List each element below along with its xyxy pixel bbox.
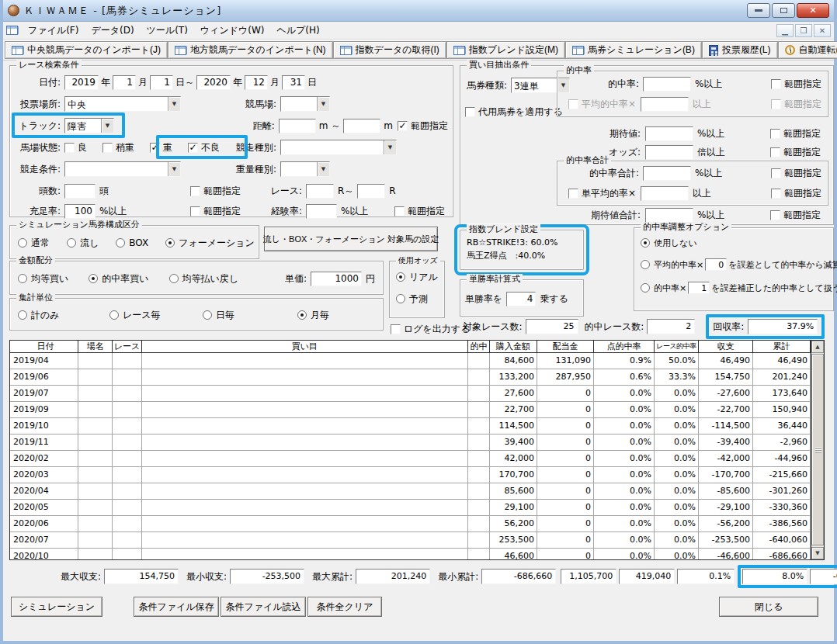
table-row[interactable]: 2020/0242,00000.0%0.0%-42,000-44,960 [10, 451, 811, 467]
save-condition-file-button[interactable]: 条件ファイル保存 [134, 597, 219, 617]
toolbar-simulation-button[interactable]: 馬券シミュレーション(B) [565, 41, 702, 59]
composition-formation-radio[interactable]: フォーメーション [165, 237, 255, 250]
vertical-scrollbar[interactable]: ▲ ▼ [811, 341, 824, 559]
win-avg-rate-range-checkbox[interactable]: 範囲指定 [771, 187, 821, 200]
win-rate-power-input[interactable] [506, 292, 536, 306]
toolbar-index-data-button[interactable]: 指数データの取得(I) [333, 41, 446, 59]
date-to-month-input[interactable] [245, 75, 268, 90]
baba-heavy-checkbox[interactable]: 重 [150, 141, 172, 154]
table-row[interactable]: 2020/1046,60000.0%0.0%-46,600-686,660 [10, 549, 811, 560]
hit-rate-range-checkbox[interactable]: 範囲指定 [771, 78, 821, 91]
scroll-down-icon[interactable]: ▼ [811, 547, 824, 559]
load-condition-file-button[interactable]: 条件ファイル読込 [221, 597, 306, 617]
menu-help[interactable]: ヘルプ(H) [270, 23, 325, 39]
amount-equal-buy-radio[interactable]: 均等買い [18, 272, 68, 286]
expected-range-checkbox[interactable]: 範囲指定 [770, 127, 821, 140]
chevron-down-icon[interactable]: ▼ [101, 119, 113, 133]
composition-normal-radio[interactable]: 通常 [18, 237, 50, 250]
mdi-minimize-button[interactable]: ▁ [776, 24, 794, 37]
amount-equal-payout-radio[interactable]: 均等払い戻し [169, 272, 239, 286]
odds-predict-radio[interactable]: 予測 [396, 293, 428, 306]
composition-box-radio[interactable]: BOX [116, 237, 148, 248]
substitute-ticket-checkbox[interactable]: 代用馬券を適用する [465, 106, 563, 119]
amount-hit-rate-buy-radio[interactable]: 的中率買い [89, 272, 148, 286]
close-button[interactable]: ✕ [797, 3, 829, 18]
mdi-close-button[interactable]: ✕ [814, 24, 831, 37]
heads-range-checkbox[interactable]: 範囲指定 [190, 185, 241, 198]
table-row[interactable]: 2020/07253,50000.0%0.0%-253,500-640,060 [10, 532, 811, 549]
adjust-none-radio[interactable]: 使用しない [641, 237, 697, 249]
table-row[interactable]: 2020/0529,10000.0%0.0%-29,100-330,360 [10, 500, 811, 516]
unit-price-input[interactable] [311, 272, 362, 286]
race-type-dropdown[interactable]: ▼ [280, 140, 397, 155]
odds-input[interactable] [645, 145, 693, 160]
toolbar-index-blend-button[interactable]: 指数ブレンド設定(M) [446, 41, 565, 59]
table-row[interactable]: 2020/0485,60000.0%0.0%-85,600-301,260 [10, 483, 811, 500]
place-dropdown[interactable]: 中央▼ [64, 96, 181, 112]
adjust-correct-input[interactable] [688, 282, 710, 294]
adjust-subtract-input[interactable] [705, 258, 727, 271]
avg-hit-rate-input[interactable] [641, 97, 689, 112]
chevron-down-icon[interactable]: ▼ [168, 162, 180, 176]
distance-range-checkbox[interactable]: 範囲指定 [398, 119, 448, 133]
clear-all-conditions-button[interactable]: 条件全クリア [307, 597, 382, 617]
chevron-down-icon[interactable]: ▼ [384, 140, 396, 154]
toolbar-import-local-button[interactable]: 地方競馬データのインポート(N) [168, 41, 333, 59]
hit-rate-input[interactable] [643, 77, 691, 92]
table-row[interactable]: 2019/10114,50000.0%0.0%-114,50036,440 [10, 418, 811, 435]
table-row[interactable]: 2020/03170,70000.0%0.0%-170,700-215,660 [10, 467, 811, 483]
menu-data[interactable]: データ(D) [85, 23, 140, 39]
aggregate-monthly-radio[interactable]: 月毎 [297, 309, 329, 322]
mdi-restore-button[interactable]: ❐ [795, 24, 812, 37]
date-to-day-input[interactable] [282, 75, 305, 90]
expected-sum-input[interactable] [645, 208, 693, 223]
composition-nagashi-radio[interactable]: 流し [67, 237, 99, 250]
menu-tool[interactable]: ツール(T) [141, 23, 194, 39]
aggregate-total-only-radio[interactable]: 計のみ [18, 309, 109, 322]
expected-value-input[interactable] [645, 126, 693, 141]
baba-slightly-checkbox[interactable]: 稍重 [102, 141, 134, 154]
toolbar-vote-history-button[interactable]: 投票履歴(L) [702, 41, 778, 59]
aggregate-daily-radio[interactable]: 日毎 [203, 309, 297, 322]
fill-rate-input[interactable] [64, 204, 96, 219]
toolbar-auto-run-button[interactable]: 自動運転(A) [778, 41, 837, 59]
hit-rate-sum-input[interactable] [643, 166, 691, 181]
heads-input[interactable] [64, 184, 96, 199]
chevron-down-icon[interactable]: ▼ [168, 97, 180, 111]
scroll-up-icon[interactable]: ▲ [811, 341, 824, 353]
adjust-subtract-radio[interactable]: 平均的中率× [641, 259, 703, 271]
race-no-to-input[interactable] [357, 184, 385, 199]
course-dropdown[interactable]: ▼ [280, 96, 330, 112]
fill-range-checkbox[interactable]: 範囲指定 [190, 205, 241, 218]
win-avg-rate-input[interactable] [641, 186, 689, 201]
date-from-year-input[interactable] [64, 75, 99, 90]
track-dropdown[interactable]: 障害▼ [64, 118, 114, 133]
avg-hit-rate-range-checkbox[interactable]: 範囲指定 [771, 98, 821, 111]
date-from-day-input[interactable] [150, 75, 173, 90]
weight-type-dropdown[interactable]: ▼ [280, 161, 330, 177]
menu-window[interactable]: ウィンドウ(W) [194, 23, 271, 39]
odds-range-checkbox[interactable]: 範囲指定 [770, 146, 821, 159]
race-condition-dropdown[interactable]: ▼ [64, 161, 181, 177]
date-to-year-input[interactable] [196, 75, 231, 90]
table-row[interactable]: 2019/0484,600131,0900.9%50.0%46,49046,49… [10, 353, 811, 369]
race-no-from-input[interactable] [306, 184, 334, 199]
chevron-down-icon[interactable]: ▼ [317, 162, 329, 176]
table-row[interactable]: 2020/0656,20000.0%0.0%-56,200-386,560 [10, 516, 811, 532]
exp-rate-input[interactable] [306, 204, 337, 219]
log-output-checkbox[interactable]: ログを出力する [391, 323, 470, 336]
exp-range-checkbox[interactable]: 範囲指定 [394, 205, 445, 218]
date-from-month-input[interactable] [113, 75, 136, 90]
chevron-down-icon[interactable]: ▼ [317, 97, 329, 111]
scrollbar-thumb[interactable] [811, 354, 824, 545]
toolbar-import-central-button[interactable]: 中央競馬データのインポート(J) [5, 41, 168, 59]
baba-good-checkbox[interactable]: 良 [64, 141, 87, 154]
table-row[interactable]: 2019/06133,200287,9500.6%33.3%154,750201… [10, 369, 811, 386]
simulation-button[interactable]: シミュレーション [11, 597, 102, 617]
odds-real-radio[interactable]: リアル [396, 271, 438, 284]
close-dialog-button[interactable]: 閉じる [719, 597, 818, 617]
table-row[interactable]: 2019/0922,70000.0%0.0%-22,700150,940 [10, 402, 811, 418]
aggregate-per-race-radio[interactable]: レース毎 [109, 309, 203, 322]
distance-min-input[interactable] [279, 119, 316, 133]
minimize-button[interactable] [747, 3, 770, 18]
